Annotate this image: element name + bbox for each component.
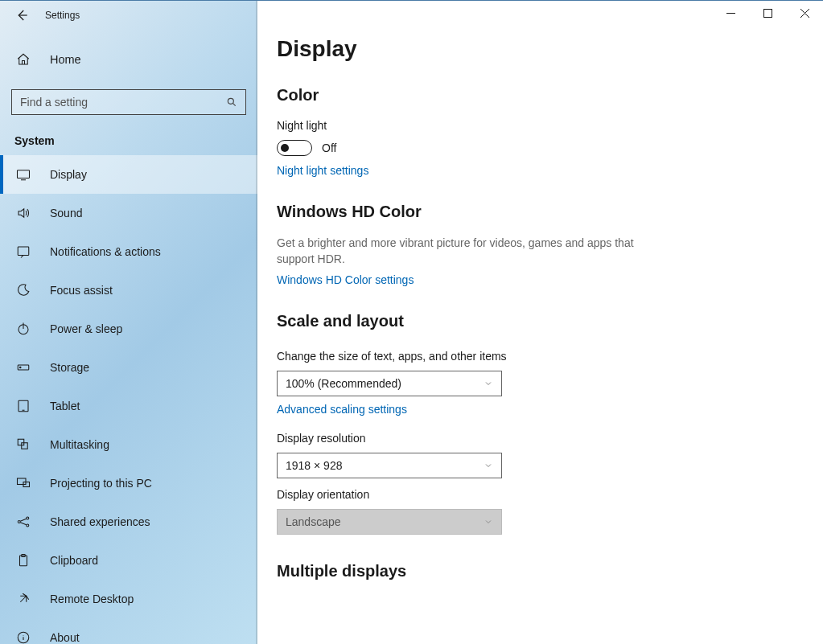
sidebar-item-label: Clipboard (50, 554, 98, 567)
sidebar-item-focus-assist[interactable]: Focus assist (0, 271, 257, 310)
search-input[interactable] (20, 96, 226, 109)
svg-rect-9 (18, 478, 27, 485)
notifications-icon (16, 244, 31, 259)
sidebar-item-label: Shared experiences (50, 515, 150, 528)
back-icon[interactable] (14, 8, 29, 23)
night-light-state: Off (322, 142, 336, 154)
shared-experiences-icon (16, 515, 31, 529)
svg-point-0 (228, 98, 233, 104)
window-title: Settings (45, 10, 80, 21)
orientation-label: Display orientation (277, 488, 772, 501)
sidebar-item-shared-experiences[interactable]: Shared experiences (0, 502, 257, 541)
chevron-down-icon (484, 379, 493, 388)
about-icon (16, 630, 31, 644)
chevron-down-icon (484, 517, 493, 527)
focus-assist-icon (16, 283, 31, 297)
svg-point-11 (18, 521, 20, 523)
content: Display Color Night light Off Night ligh… (257, 1, 772, 621)
sound-icon (16, 206, 31, 220)
sidebar-home[interactable]: Home (0, 39, 257, 80)
home-icon (16, 52, 31, 67)
scale-dropdown-value: 100% (Recommended) (286, 377, 401, 390)
display-icon (16, 167, 31, 182)
sidebar: Settings Home System Display (0, 1, 257, 644)
sidebar-item-label: Tablet (50, 400, 80, 412)
section-heading-color: Color (277, 86, 772, 105)
page-title: Display (277, 36, 772, 62)
resolution-label: Display resolution (277, 432, 772, 445)
svg-point-5 (20, 367, 22, 368)
night-light-toggle-row: Off (277, 140, 772, 156)
sidebar-item-label: Power & sleep (50, 322, 122, 335)
sidebar-item-power-sleep[interactable]: Power & sleep (0, 310, 257, 348)
main-panel: Display Color Night light Off Night ligh… (257, 1, 823, 644)
section-heading-hdcolor: Windows HD Color (277, 203, 772, 221)
night-light-toggle[interactable] (277, 140, 312, 156)
titlebar: Settings (0, 1, 257, 30)
sidebar-item-clipboard[interactable]: Clipboard (0, 541, 257, 580)
resolution-dropdown[interactable]: 1918 × 928 (277, 453, 502, 478)
sidebar-item-label: About (50, 631, 80, 644)
sidebar-item-sound[interactable]: Sound (0, 194, 257, 232)
chevron-down-icon (484, 461, 493, 470)
svg-rect-1 (18, 170, 30, 178)
svg-rect-7 (18, 439, 24, 445)
sidebar-category-label: System (0, 115, 257, 155)
tablet-icon (16, 399, 31, 413)
sidebar-item-tablet[interactable]: Tablet (0, 387, 257, 425)
svg-rect-2 (18, 247, 29, 256)
clipboard-icon (16, 553, 31, 568)
projecting-icon (16, 476, 31, 490)
storage-icon (16, 360, 31, 375)
sidebar-item-label: Projecting to this PC (50, 477, 152, 490)
night-light-settings-link[interactable]: Night light settings (277, 164, 772, 177)
orientation-dropdown-value: Landscape (286, 515, 341, 528)
svg-point-13 (27, 524, 29, 527)
remote-desktop-icon (16, 592, 31, 606)
sidebar-item-label: Remote Desktop (50, 593, 134, 605)
sidebar-item-notifications[interactable]: Notifications & actions (0, 232, 257, 271)
hdcolor-description: Get a brighter and more vibrant picture … (277, 236, 647, 267)
sidebar-item-multitasking[interactable]: Multitasking (0, 425, 257, 464)
sidebar-item-projecting[interactable]: Projecting to this PC (0, 464, 257, 502)
settings-window: Settings Home System Display (0, 0, 823, 644)
sidebar-item-display[interactable]: Display (0, 155, 257, 194)
svg-rect-8 (22, 443, 28, 449)
scale-label: Change the size of text, apps, and other… (277, 350, 772, 363)
sidebar-item-about[interactable]: About (0, 618, 257, 644)
sidebar-item-label: Notifications & actions (50, 245, 161, 258)
scale-dropdown[interactable]: 100% (Recommended) (277, 371, 502, 396)
sidebar-item-storage[interactable]: Storage (0, 348, 257, 387)
night-light-label: Night light (277, 119, 772, 132)
section-heading-multiple-displays: Multiple displays (277, 562, 772, 580)
sidebar-item-label: Display (50, 168, 87, 181)
sidebar-item-label: Multitasking (50, 438, 109, 451)
resolution-dropdown-value: 1918 × 928 (286, 459, 342, 472)
sidebar-nav: Display Sound Notifications & actions Fo… (0, 155, 257, 644)
search-icon (226, 96, 237, 108)
section-heading-scale: Scale and layout (277, 312, 772, 330)
svg-point-12 (27, 517, 29, 519)
advanced-scaling-link[interactable]: Advanced scaling settings (277, 403, 772, 416)
orientation-dropdown: Landscape (277, 509, 502, 535)
sidebar-item-remote-desktop[interactable]: Remote Desktop (0, 580, 257, 618)
sidebar-item-label: Sound (50, 207, 82, 219)
sidebar-home-label: Home (50, 53, 81, 66)
sidebar-item-label: Storage (50, 361, 89, 374)
sidebar-item-label: Focus assist (50, 284, 113, 297)
search-box[interactable] (11, 89, 246, 115)
content-scroll[interactable]: Display Color Night light Off Night ligh… (257, 1, 823, 644)
hdcolor-settings-link[interactable]: Windows HD Color settings (277, 273, 772, 286)
power-icon (16, 322, 31, 336)
multitasking-icon (16, 437, 31, 452)
